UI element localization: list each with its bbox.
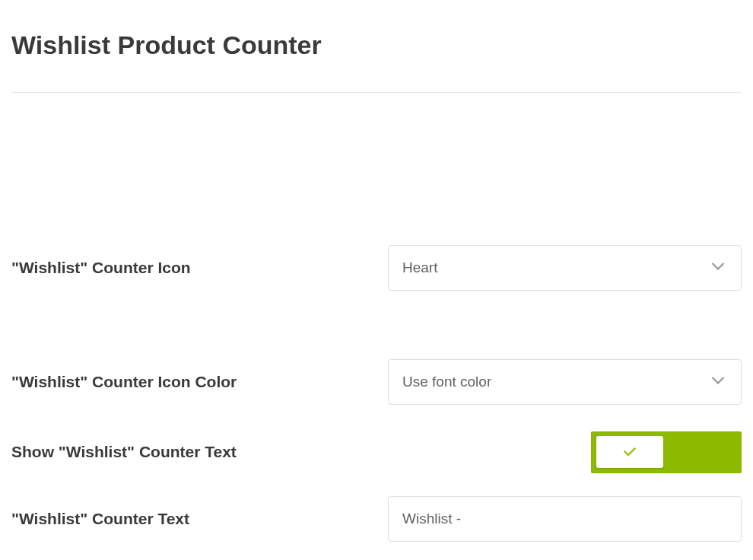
chevron-down-icon [710,261,726,275]
chevron-down-icon [710,375,726,389]
toggle-show-counter-text[interactable] [591,431,742,473]
select-counter-icon-color[interactable]: Use font color [388,359,742,405]
field-counter-text: "Wishlist" Counter Text [11,496,742,542]
label-show-counter-text: Show "Wishlist" Counter Text [11,443,388,461]
select-value: Heart [402,259,437,276]
check-icon [624,445,636,459]
toggle-knob [596,436,663,468]
label-counter-icon: "Wishlist" Counter Icon [11,259,388,277]
field-show-counter-text: Show "Wishlist" Counter Text [11,429,742,475]
field-counter-icon-color: "Wishlist" Counter Icon Color Use font c… [11,359,742,405]
select-value: Use font color [402,374,491,390]
field-counter-icon: "Wishlist" Counter Icon Heart [11,245,742,291]
section-divider [11,92,742,93]
page-title: Wishlist Product Counter [11,30,742,60]
select-counter-icon[interactable]: Heart [388,245,742,291]
label-counter-text: "Wishlist" Counter Text [11,510,388,528]
label-counter-icon-color: "Wishlist" Counter Icon Color [11,373,388,391]
input-counter-text[interactable] [388,496,742,542]
